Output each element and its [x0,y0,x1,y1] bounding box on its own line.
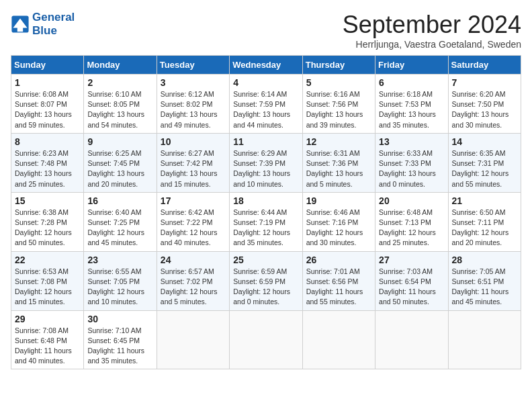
day-info: Sunrise: 6:23 AMSunset: 7:48 PMDaylight:… [15,149,72,188]
day-info: Sunrise: 7:01 AMSunset: 6:56 PMDaylight:… [306,267,363,306]
day-info: Sunrise: 7:05 AMSunset: 6:51 PMDaylight:… [452,267,509,306]
calendar-cell: 6 Sunrise: 6:18 AMSunset: 7:53 PMDayligh… [375,75,448,134]
calendar-cell [157,310,229,369]
day-number: 10 [161,136,226,147]
header-saturday: Saturday [448,56,521,75]
calendar-cell: 2 Sunrise: 6:10 AMSunset: 8:05 PMDayligh… [84,75,157,134]
day-number: 23 [87,255,152,265]
day-info: Sunrise: 6:50 AMSunset: 7:11 PMDaylight:… [452,208,509,247]
calendar-cell: 20 Sunrise: 6:48 AMSunset: 7:13 PMDaylig… [375,192,448,251]
header-monday: Monday [84,56,157,75]
day-number: 27 [379,255,444,265]
day-number: 17 [161,195,226,206]
logo: General Blue [11,11,75,38]
day-number: 21 [452,195,517,206]
day-info: Sunrise: 6:57 AMSunset: 7:02 PMDaylight:… [161,267,218,306]
logo-icon [11,15,30,34]
day-info: Sunrise: 6:40 AMSunset: 7:25 PMDaylight:… [87,208,144,247]
calendar-cell: 14 Sunrise: 6:35 AMSunset: 7:31 PMDaylig… [448,133,521,192]
day-info: Sunrise: 6:46 AMSunset: 7:16 PMDaylight:… [306,208,363,247]
day-number: 24 [161,255,226,265]
day-info: Sunrise: 6:18 AMSunset: 7:53 PMDaylight:… [379,90,436,129]
calendar-week-row: 8 Sunrise: 6:23 AMSunset: 7:48 PMDayligh… [11,133,521,192]
calendar-week-row: 29 Sunrise: 7:08 AMSunset: 6:48 PMDaylig… [11,310,521,369]
day-number: 29 [15,314,80,324]
day-number: 26 [306,255,371,265]
header-thursday: Thursday [302,56,375,75]
calendar-cell: 13 Sunrise: 6:33 AMSunset: 7:33 PMDaylig… [375,133,448,192]
calendar-cell: 18 Sunrise: 6:44 AMSunset: 7:19 PMDaylig… [230,192,302,251]
calendar-cell: 4 Sunrise: 6:14 AMSunset: 7:59 PMDayligh… [230,75,302,134]
calendar-cell: 7 Sunrise: 6:20 AMSunset: 7:50 PMDayligh… [448,75,521,134]
day-info: Sunrise: 7:10 AMSunset: 6:45 PMDaylight:… [87,326,144,365]
day-info: Sunrise: 6:31 AMSunset: 7:36 PMDaylight:… [306,149,363,188]
calendar-week-row: 22 Sunrise: 6:53 AMSunset: 7:08 PMDaylig… [11,251,521,310]
location-subtitle: Herrljunga, Vaestra Goetaland, Sweden [343,39,521,50]
calendar-cell: 30 Sunrise: 7:10 AMSunset: 6:45 PMDaylig… [84,310,157,369]
svg-rect-2 [17,26,23,32]
day-number: 7 [452,77,517,88]
day-info: Sunrise: 6:38 AMSunset: 7:28 PMDaylight:… [15,208,72,247]
calendar-cell: 27 Sunrise: 7:03 AMSunset: 6:54 PMDaylig… [375,251,448,310]
day-info: Sunrise: 6:29 AMSunset: 7:39 PMDaylight:… [233,149,290,188]
calendar-cell: 12 Sunrise: 6:31 AMSunset: 7:36 PMDaylig… [302,133,375,192]
month-title: September 2024 [343,11,521,39]
title-area: September 2024 Herrljunga, Vaestra Goeta… [343,11,521,50]
calendar-week-row: 1 Sunrise: 6:08 AMSunset: 8:07 PMDayligh… [11,75,521,134]
day-number: 22 [15,255,80,265]
calendar-header-row: SundayMondayTuesdayWednesdayThursdayFrid… [11,56,521,75]
day-info: Sunrise: 6:35 AMSunset: 7:31 PMDaylight:… [452,149,509,188]
day-info: Sunrise: 6:53 AMSunset: 7:08 PMDaylight:… [15,267,72,306]
day-number: 4 [233,77,298,88]
day-info: Sunrise: 6:44 AMSunset: 7:19 PMDaylight:… [233,208,290,247]
day-number: 3 [161,77,226,88]
calendar-cell: 11 Sunrise: 6:29 AMSunset: 7:39 PMDaylig… [230,133,302,192]
calendar-cell: 10 Sunrise: 6:27 AMSunset: 7:42 PMDaylig… [157,133,229,192]
calendar-week-row: 15 Sunrise: 6:38 AMSunset: 7:28 PMDaylig… [11,192,521,251]
calendar-cell: 26 Sunrise: 7:01 AMSunset: 6:56 PMDaylig… [302,251,375,310]
day-info: Sunrise: 6:16 AMSunset: 7:56 PMDaylight:… [306,90,363,129]
calendar-cell [448,310,521,369]
day-number: 13 [379,136,444,147]
calendar-cell: 21 Sunrise: 6:50 AMSunset: 7:11 PMDaylig… [448,192,521,251]
header-wednesday: Wednesday [230,56,302,75]
calendar-cell: 9 Sunrise: 6:25 AMSunset: 7:45 PMDayligh… [84,133,157,192]
day-info: Sunrise: 6:42 AMSunset: 7:22 PMDaylight:… [161,208,218,247]
day-number: 20 [379,195,444,206]
calendar-cell [302,310,375,369]
day-info: Sunrise: 6:10 AMSunset: 8:05 PMDaylight:… [87,90,144,129]
day-number: 15 [15,195,80,206]
day-number: 28 [452,255,517,265]
day-number: 11 [233,136,298,147]
logo-text: General Blue [32,11,75,38]
day-number: 5 [306,77,371,88]
day-number: 12 [306,136,371,147]
calendar-table: SundayMondayTuesdayWednesdayThursdayFrid… [11,55,521,369]
header-tuesday: Tuesday [157,56,229,75]
day-number: 14 [452,136,517,147]
day-number: 19 [306,195,371,206]
calendar-cell: 23 Sunrise: 6:55 AMSunset: 7:05 PMDaylig… [84,251,157,310]
calendar-cell: 17 Sunrise: 6:42 AMSunset: 7:22 PMDaylig… [157,192,229,251]
day-number: 30 [87,314,152,324]
day-info: Sunrise: 6:55 AMSunset: 7:05 PMDaylight:… [87,267,144,306]
day-info: Sunrise: 6:08 AMSunset: 8:07 PMDaylight:… [15,90,72,129]
day-number: 1 [15,77,80,88]
day-info: Sunrise: 7:08 AMSunset: 6:48 PMDaylight:… [15,326,72,365]
calendar-cell [375,310,448,369]
calendar-cell: 5 Sunrise: 6:16 AMSunset: 7:56 PMDayligh… [302,75,375,134]
day-number: 2 [87,77,152,88]
calendar-cell: 29 Sunrise: 7:08 AMSunset: 6:48 PMDaylig… [11,310,84,369]
day-info: Sunrise: 6:14 AMSunset: 7:59 PMDaylight:… [233,90,290,129]
calendar-cell [230,310,302,369]
day-number: 9 [87,136,152,147]
day-info: Sunrise: 6:25 AMSunset: 7:45 PMDaylight:… [87,149,144,188]
calendar-cell: 24 Sunrise: 6:57 AMSunset: 7:02 PMDaylig… [157,251,229,310]
day-info: Sunrise: 6:12 AMSunset: 8:02 PMDaylight:… [161,90,218,129]
day-number: 25 [233,255,298,265]
page-header: General Blue September 2024 Herrljunga, … [11,11,521,50]
calendar-cell: 8 Sunrise: 6:23 AMSunset: 7:48 PMDayligh… [11,133,84,192]
day-info: Sunrise: 6:27 AMSunset: 7:42 PMDaylight:… [161,149,218,188]
day-number: 8 [15,136,80,147]
calendar-cell: 25 Sunrise: 6:59 AMSunset: 6:59 PMDaylig… [230,251,302,310]
